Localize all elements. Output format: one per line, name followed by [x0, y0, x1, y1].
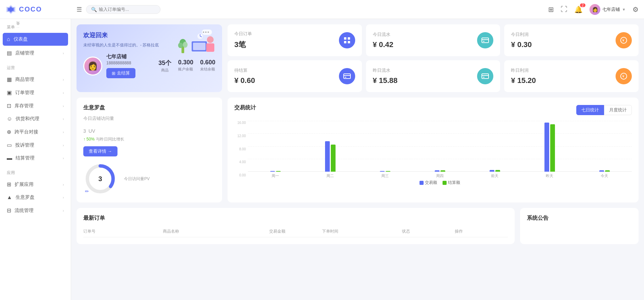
- detail-button[interactable]: 查看详情 →: [83, 146, 117, 156]
- sidebar-label-complaints: 投诉管理: [15, 142, 59, 148]
- profile-info: 七年店铺 18888888888 ⊞ 去结算: [106, 53, 154, 78]
- sidebar-label-cross-platform: 跨平台对接: [15, 129, 59, 135]
- search-input[interactable]: [99, 7, 153, 12]
- sidebar-item-complaints[interactable]: ▭ 投诉管理 ›: [0, 138, 71, 152]
- bars-yesterday: [544, 123, 555, 172]
- sidebar-section-menu: 菜单: [0, 19, 71, 32]
- donut-label: 今日访问量PV: [124, 176, 150, 182]
- sidebar-item-inventory[interactable]: ⊡ 库存管理 ›: [0, 99, 71, 112]
- bar-tue-green: [331, 145, 336, 172]
- y-label-0: 0.00: [239, 173, 246, 177]
- settings-icon[interactable]: ⚙: [632, 5, 639, 14]
- svg-point-5: [205, 31, 207, 33]
- chevron-right-icon-3: ›: [63, 91, 64, 95]
- growth-percent: 50%: [86, 137, 94, 142]
- bar-group-dayb4: [467, 121, 522, 172]
- compass-bottom: 3 ✏ 今日访问量PV: [83, 162, 215, 196]
- sidebar-section-apps: 应用: [0, 165, 71, 178]
- expand-icon[interactable]: ⛶: [561, 5, 567, 13]
- stat-pending-label: 待结算: [234, 67, 255, 73]
- bar-group-thu: [412, 121, 467, 172]
- stat-today-flow-icon: [477, 32, 493, 48]
- svg-rect-27: [344, 74, 350, 79]
- settlement-icon: ▬: [7, 155, 12, 161]
- svg-rect-21: [348, 41, 350, 43]
- user-area[interactable]: 👩 七年店铺 ▼: [589, 4, 626, 15]
- chart-tabs: 七日统计 月度统计: [576, 105, 632, 115]
- notification-bell[interactable]: 🔔 2: [574, 5, 583, 14]
- hamburger-menu[interactable]: ☰: [77, 6, 82, 13]
- bars-mon: [270, 171, 281, 172]
- chevron-down-icon: ▼: [622, 7, 626, 12]
- sidebar-item-settlement[interactable]: ▬ 结算管理 ›: [0, 152, 71, 165]
- bar-dayb4-green: [495, 170, 500, 172]
- compass-uv-value: 3 UV: [83, 124, 215, 135]
- sidebar-item-store[interactable]: ▤ 店铺管理 ›: [0, 46, 71, 60]
- checkout-icon: ⊞: [112, 71, 115, 76]
- sidebar-item-extensions[interactable]: ⊞ 扩展应用 ›: [0, 178, 71, 191]
- logo-area: COCO: [5, 4, 77, 15]
- middle-row: 生意罗盘 今日店铺访问量 3 UV ↑ 50% 与昨日同比增长 查看详情 →: [77, 98, 639, 202]
- y-label-2: 8.00: [239, 147, 246, 151]
- sidebar-item-orders[interactable]: ▣ 订单管理 ›: [0, 86, 71, 99]
- svg-rect-19: [348, 37, 350, 40]
- bar-today-green: [605, 170, 610, 172]
- growth-compare-text: 与昨日同比增长: [96, 137, 124, 142]
- stat-pending-value: ¥ 0.60: [234, 76, 255, 85]
- chevron-right-icon-10: ›: [63, 195, 64, 199]
- main-layout: 菜单 ⌂ 仪表盘 ▤ 店铺管理 › 运营 ▦ 商品管理 › ▣ 订单管理 › ⊡…: [0, 19, 644, 300]
- donut-center: 3: [98, 175, 102, 183]
- checkout-button[interactable]: ⊞ 去结算: [106, 68, 135, 78]
- profile-name: 七年店铺: [106, 53, 154, 60]
- sidebar-item-products[interactable]: ▦ 商品管理 ›: [0, 73, 71, 86]
- bar-dayb4-blue: [490, 170, 494, 172]
- stat-pending-icon: [339, 68, 355, 84]
- bar-today-blue: [599, 170, 604, 172]
- legend-trade: 交易额: [420, 180, 437, 186]
- x-label-mon: 周一: [248, 173, 303, 178]
- legend-settle-dot: [443, 181, 447, 185]
- search-bar[interactable]: 🔍: [86, 5, 160, 14]
- stat-card-today-profit: 今日利润 ¥ 0.30 ¥: [504, 24, 639, 56]
- x-label-tue: 周二: [303, 173, 358, 178]
- legend-trade-label: 交易额: [425, 180, 437, 186]
- stat-today-profit-value: ¥ 0.30: [511, 40, 532, 49]
- stat-balance-label: 账户余额: [178, 67, 193, 72]
- tab-monthly[interactable]: 月度统计: [604, 105, 632, 115]
- chart-area: 16.00 12.00 8.00 4.00 0.00: [234, 121, 632, 186]
- grid-icon[interactable]: ⊞: [548, 5, 554, 14]
- svg-point-14: [183, 42, 188, 48]
- legend-trade-dot: [420, 181, 424, 185]
- bar-mon-blue: [270, 171, 275, 172]
- welcome-illustration: [178, 28, 219, 58]
- sidebar-item-dashboard[interactable]: ⌂ 仪表盘: [3, 33, 68, 46]
- flow-icon: ⊟: [7, 207, 11, 214]
- svg-text:¥: ¥: [622, 74, 624, 78]
- products-icon: ▦: [7, 76, 12, 83]
- chart-card: 交易统计 七日统计 月度统计 16.00 12.00 8.00 4.00 0.0…: [228, 98, 639, 202]
- logo-icon: [5, 4, 16, 15]
- home-icon: ⌂: [7, 36, 10, 42]
- stat-balance: 0.300 账户余额: [178, 59, 193, 72]
- svg-rect-22: [482, 38, 489, 43]
- bottom-row: 最新订单 订单号 商品名称 交易金额 下单时间 状态 操作 系统公告: [77, 208, 639, 244]
- compass-today-label: 今日店铺访问量: [83, 115, 215, 122]
- sidebar-label-extensions: 扩展应用: [15, 181, 59, 188]
- sidebar-item-compass[interactable]: ▲ 生意罗盘 ›: [0, 191, 71, 204]
- bar-yesterday-blue: [544, 123, 549, 172]
- sidebar-item-cross-platform[interactable]: ⊕ 跨平台对接 ›: [0, 125, 71, 138]
- sidebar-item-supplier[interactable]: ☺ 供货和代理 ›: [0, 112, 71, 125]
- stat-today-flow-value: ¥ 0.42: [373, 40, 393, 49]
- sidebar-label-supplier: 供货和代理: [16, 116, 59, 122]
- complaints-icon: ▭: [7, 142, 12, 148]
- bar-group-mon: [248, 121, 303, 172]
- legend-settle: 结算额: [443, 180, 460, 186]
- chart-relative-area: 周一 周二 周三 周四 前天 昨天 今天: [248, 121, 632, 178]
- bar-thu-green: [441, 170, 445, 172]
- sidebar-item-flow[interactable]: ⊟ 流统管理 ›: [0, 204, 71, 217]
- stat-products-value: 35个: [158, 59, 171, 67]
- compass-title: 生意罗盘: [83, 104, 215, 111]
- y-axis: 16.00 12.00 8.00 4.00 0.00: [234, 121, 248, 178]
- bar-group-yesterday: [522, 121, 577, 172]
- tab-weekly[interactable]: 七日统计: [576, 105, 604, 115]
